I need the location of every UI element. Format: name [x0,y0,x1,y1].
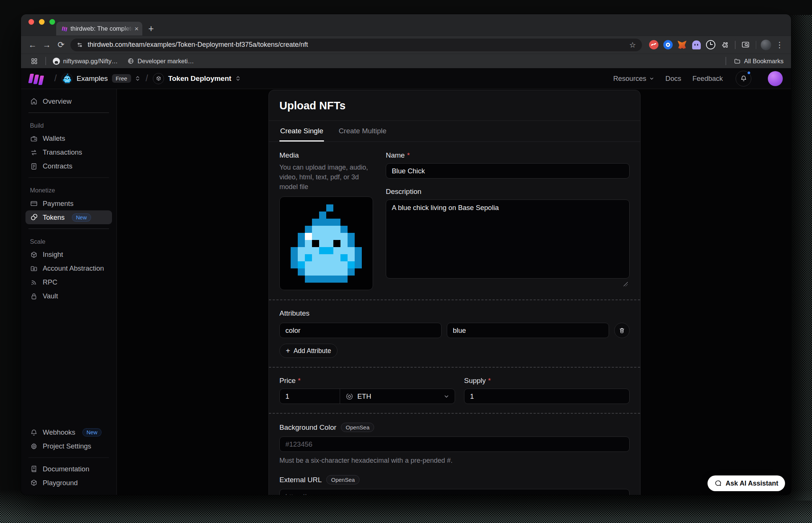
fullscreen-window-button[interactable] [49,19,55,25]
minimize-window-button[interactable] [39,19,45,25]
sidebar-item-account-abstraction[interactable]: Account Abstraction [25,262,112,276]
background-color-label: Background Color [279,423,336,432]
apps-grid-icon[interactable] [28,55,40,67]
gear-icon [30,443,38,450]
bookmarks-bar: niftyswap.gg/Nifty… Developer marketi… A… [21,54,791,68]
insight-cube-icon [30,251,38,259]
thirdweb-favicon-icon [62,27,67,31]
browser-profile-avatar[interactable] [761,40,771,50]
bookmark-star-icon[interactable]: ☆ [626,40,639,49]
sidebar-item-transactions[interactable]: Transactions [25,146,112,159]
tab-close-icon[interactable]: × [134,25,139,33]
sidebar-section-build: Build [25,122,112,129]
close-window-button[interactable] [28,19,34,25]
browser-reload-button[interactable]: ⟳ [54,38,68,52]
attributes-label: Attributes [279,309,630,317]
bookmarks-separator [725,57,726,65]
extension-red-icon[interactable] [648,39,660,51]
sidebar-item-documentation[interactable]: Documentation [25,462,112,476]
extension-phantom-icon[interactable] [690,39,702,51]
currency-select[interactable]: ETH [340,389,455,404]
background-color-input[interactable] [279,437,630,452]
nav-docs[interactable]: Docs [666,75,681,83]
sidebar-item-contracts[interactable]: Contracts [25,159,112,173]
sidebar-item-insight[interactable]: Insight [25,248,112,262]
browser-forward-button[interactable]: → [40,38,54,52]
sidebar-item-payments[interactable]: Payments [25,197,112,210]
breadcrumb-team[interactable]: Examples [76,75,107,83]
main-content: Upload NFTs Create Single Create Multipl… [117,89,791,495]
sidebar-item-wallets[interactable]: Wallets [25,132,112,146]
new-tab-button[interactable]: + [148,22,154,34]
url-bar[interactable]: thirdweb.com/team/examples/Token-Deploym… [70,39,642,51]
project-switcher-chevrons-icon[interactable] [235,75,241,82]
new-badge: New [72,213,91,222]
create-tabs: Create Single Create Multiple [269,121,640,142]
team-switcher-chevrons-icon[interactable] [134,75,141,82]
nav-resources[interactable]: Resources [613,75,654,83]
sidebar-item-overview[interactable]: Overview [25,94,112,108]
description-label: Description [386,188,421,196]
all-bookmarks-button[interactable]: All Bookmarks [734,58,784,65]
nav-feedback[interactable]: Feedback [693,75,723,83]
extension-clock-icon[interactable] [705,39,716,51]
notifications-bell-button[interactable] [736,71,751,86]
breadcrumb-separator: / [54,73,57,83]
ask-ai-assistant-button[interactable]: Ask AI Assistant [708,475,785,491]
media-upload-preview[interactable] [279,197,373,290]
new-badge: New [82,428,102,437]
sidebar-section-monetize: Monetize [25,187,112,194]
sidebar-item-playground[interactable]: Playground [25,476,112,490]
sidebar-item-tokens[interactable]: Tokens New [25,210,112,224]
sidebar-divider [28,112,109,113]
browser-tab-active[interactable]: thirdweb: The complete web3 × [56,22,142,36]
browser-back-button[interactable]: ← [25,38,40,52]
opensea-badge: OpenSea [341,423,374,432]
bookmark-label: Developer marketi… [137,58,194,65]
team-avatar[interactable] [61,73,73,84]
tab-create-single[interactable]: Create Single [279,121,324,142]
supply-input[interactable] [464,389,630,404]
attribute-key-input[interactable] [279,323,442,338]
url-text[interactable]: thirdweb.com/team/examples/Token-Deploym… [88,41,626,49]
resize-grip-icon[interactable] [623,282,628,286]
breadcrumb-project[interactable]: Token Deployment [168,75,231,83]
sidebar-item-webhooks[interactable]: Webhooks New [25,426,112,440]
thirdweb-logo-icon[interactable] [29,74,43,83]
opensea-badge: OpenSea [326,475,360,484]
plus-icon: + [286,347,290,355]
desktop-noise-right [790,15,812,501]
upload-nfts-card: Upload NFTs Create Single Create Multipl… [269,90,640,495]
github-icon [53,58,60,65]
sidebar-item-vault[interactable]: Vault [25,289,112,303]
breadcrumb-separator: / [146,73,148,83]
folder-icon [734,58,741,65]
name-input[interactable] [386,163,630,179]
browser-toolbar: ← → ⟳ thirdweb.com/team/examples/Token-D… [21,36,791,54]
price-input[interactable] [280,389,340,404]
extension-blue-icon[interactable] [662,39,674,51]
browser-menu-kebab-icon[interactable]: ⋮ [773,40,787,49]
extension-metamask-icon[interactable] [676,39,688,51]
sidebar-item-project-settings[interactable]: Project Settings [25,440,112,453]
description-textarea[interactable] [386,200,630,279]
sidebar-item-rpc[interactable]: RPC [25,276,112,289]
toolbar-separator [756,41,757,49]
external-url-input[interactable] [279,489,630,495]
site-settings-tune-icon[interactable] [76,41,84,49]
bookmark-item-developer-marketing[interactable]: Developer marketi… [127,58,194,65]
page-title: Upload NFTs [279,100,630,112]
tab-create-multiple[interactable]: Create Multiple [338,121,387,142]
tab-search-icon[interactable] [740,39,752,51]
account-avatar[interactable] [768,71,783,86]
globe-icon [127,58,134,64]
tab-title: thirdweb: The complete web3 [70,25,133,32]
delete-attribute-button[interactable] [614,323,630,338]
price-supply-section: Price * ETH [269,368,640,413]
browser-window: thirdweb: The complete web3 × + ← → ⟳ th… [21,14,791,495]
card-header: Upload NFTs [269,90,640,121]
attribute-value-input[interactable] [447,323,609,338]
add-attribute-button[interactable]: + Add Attribute [279,344,337,358]
bookmark-item-niftyswap[interactable]: niftyswap.gg/Nifty… [53,58,118,65]
extensions-puzzle-icon[interactable] [719,39,731,51]
